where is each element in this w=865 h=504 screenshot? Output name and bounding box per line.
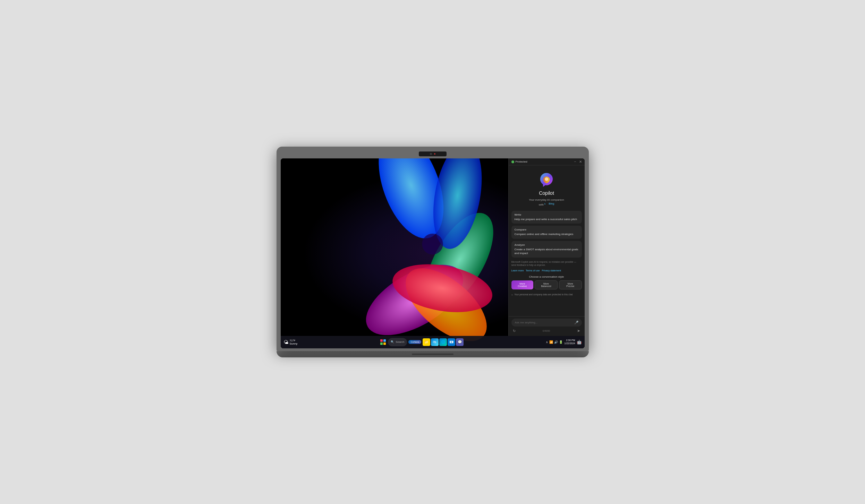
copilot-title: Copilot bbox=[539, 190, 554, 196]
camera-bar bbox=[281, 151, 585, 157]
taskbar-teams-app[interactable]: 💬 bbox=[456, 338, 464, 346]
copilot-icon bbox=[538, 172, 555, 188]
bing-logo: b Bing bbox=[544, 202, 554, 206]
taskbar-center: 🔍 Search Cortana 📁 🛍 🌐 📧 💬 bbox=[299, 338, 544, 346]
weather-icon: 🌤 bbox=[283, 339, 288, 345]
weather-condition: Sunny bbox=[290, 342, 298, 345]
taskbar-files-app[interactable]: 📁 bbox=[423, 338, 430, 346]
svg-point-6 bbox=[422, 234, 443, 254]
chat-input-box[interactable]: Ask me anything... 🎤 bbox=[511, 319, 582, 327]
laptop: 🌤 71°F Sunny bbox=[277, 147, 589, 357]
minimize-button[interactable]: − bbox=[574, 160, 576, 164]
taskbar-left: 🌤 71°F Sunny bbox=[283, 339, 298, 345]
taskbar-right: ∧ 📶 🔊 🔋 2:30 PM 1/22/2024 🤖 bbox=[546, 339, 582, 345]
style-label: Choose a conversation style bbox=[529, 275, 564, 278]
protected-indicator bbox=[511, 160, 514, 163]
chat-footer: ↻ 0/4000 ➤ bbox=[511, 328, 582, 334]
sidebar-header: Protected − ✕ bbox=[509, 158, 585, 165]
clock-time: 2:30 PM bbox=[564, 339, 575, 342]
analyze-text: Create a SWOT analysis about environment… bbox=[515, 247, 579, 255]
weather-temp: 71°F bbox=[290, 339, 298, 342]
svg-point-7 bbox=[545, 177, 548, 181]
system-tray: ∧ 📶 🔊 🔋 bbox=[546, 340, 563, 344]
privacy-note: ○ Your personal and company data are pro… bbox=[511, 293, 582, 297]
start-button[interactable] bbox=[380, 339, 387, 346]
clock-date: 1/22/2024 bbox=[564, 342, 575, 345]
style-buttons-group: MoreCreative MoreBalanced MorePrecise bbox=[511, 280, 582, 289]
taskbar-outlook-app[interactable]: 📧 bbox=[448, 338, 455, 346]
protected-label: Protected bbox=[516, 160, 527, 163]
search-bar[interactable]: 🔍 Search bbox=[388, 338, 407, 346]
camera-indicator bbox=[434, 153, 435, 155]
disclaimer-text: Microsoft Copilot uses AI to respond, so… bbox=[511, 260, 582, 267]
copilot-sidebar: Protected − ✕ bbox=[508, 158, 585, 336]
compare-text: Compare online and offline marketing str… bbox=[515, 232, 579, 236]
win-logo-q3 bbox=[380, 342, 383, 345]
taskbar-copilot-icon[interactable]: 🤖 bbox=[577, 340, 582, 345]
suggestion-compare-card[interactable]: Compare Compare online and offline marke… bbox=[511, 226, 582, 238]
compare-category: Compare bbox=[515, 228, 579, 231]
laptop-lid: 🌤 71°F Sunny bbox=[277, 147, 589, 351]
search-icon: 🔍 bbox=[391, 340, 394, 344]
taskbar-edge-app[interactable]: 🌐 bbox=[439, 338, 447, 346]
sidebar-body: Copilot Your everyday AI companion with … bbox=[509, 165, 585, 316]
screen-bezel: 🌤 71°F Sunny bbox=[281, 158, 585, 348]
close-button[interactable]: ✕ bbox=[579, 160, 582, 164]
tray-network[interactable]: 📶 bbox=[549, 340, 553, 344]
tray-volume[interactable]: 🔊 bbox=[554, 340, 558, 344]
refresh-icon[interactable]: ↻ bbox=[513, 329, 516, 333]
style-balanced-button[interactable]: MoreBalanced bbox=[535, 280, 558, 289]
write-text: Help me prepare and write a successful s… bbox=[515, 217, 579, 221]
privacy-note-text: Your personal and company data are prote… bbox=[514, 293, 573, 296]
trackpad-hinge bbox=[412, 354, 453, 355]
suggestion-write-card[interactable]: Write Help me prepare and write a succes… bbox=[511, 211, 582, 224]
cortana-button[interactable]: Cortana bbox=[408, 340, 421, 344]
windows-logo bbox=[380, 339, 386, 345]
privacy-icon: ○ bbox=[511, 293, 513, 297]
tray-battery[interactable]: 🔋 bbox=[559, 340, 563, 344]
search-placeholder: Search bbox=[396, 340, 404, 344]
camera-notch bbox=[419, 151, 447, 156]
camera-lens bbox=[430, 153, 432, 155]
win-logo-q4 bbox=[383, 342, 386, 345]
input-placeholder: Ask me anything... bbox=[515, 321, 572, 324]
terms-of-use-link[interactable]: Terms of use bbox=[526, 269, 540, 272]
conversation-style-section: Choose a conversation style MoreCreative… bbox=[511, 274, 582, 291]
laptop-base bbox=[277, 351, 589, 357]
svg-text:b: b bbox=[544, 203, 546, 205]
learn-more-link[interactable]: Learn more bbox=[511, 269, 524, 272]
tray-chevron[interactable]: ∧ bbox=[546, 340, 548, 344]
send-icon[interactable]: ➤ bbox=[577, 329, 580, 333]
desktop: 🌤 71°F Sunny bbox=[281, 158, 585, 348]
win-logo-q1 bbox=[380, 339, 383, 342]
copilot-subtitle: Your everyday AI companion with b Bing bbox=[529, 198, 564, 207]
privacy-statement-link[interactable]: Privacy statement bbox=[542, 269, 561, 272]
links-row: Learn more Terms of use Privacy statemen… bbox=[511, 269, 582, 272]
char-count: 0/4000 bbox=[543, 330, 550, 332]
chat-input-area: Ask me anything... 🎤 ↻ 0/4000 ➤ bbox=[509, 316, 585, 336]
write-category: Write bbox=[515, 213, 579, 216]
protected-badge: Protected bbox=[511, 160, 571, 163]
clock[interactable]: 2:30 PM 1/22/2024 bbox=[564, 339, 575, 345]
mic-icon[interactable]: 🎤 bbox=[574, 321, 578, 324]
taskbar-apps: 📁 🛍 🌐 📧 💬 bbox=[423, 338, 464, 346]
weather-widget: 🌤 71°F Sunny bbox=[283, 339, 298, 345]
taskbar-store-app[interactable]: 🛍 bbox=[431, 338, 439, 346]
suggestion-analyze-card[interactable]: Analyze Create a SWOT analysis about env… bbox=[511, 241, 582, 258]
style-creative-button[interactable]: MoreCreative bbox=[511, 280, 534, 289]
copilot-branding: Copilot Your everyday AI companion with … bbox=[511, 168, 582, 209]
analyze-category: Analyze bbox=[515, 243, 579, 246]
win-logo-q2 bbox=[383, 339, 386, 342]
taskbar: 🌤 71°F Sunny bbox=[281, 336, 585, 348]
style-precise-button[interactable]: MorePrecise bbox=[559, 280, 582, 289]
